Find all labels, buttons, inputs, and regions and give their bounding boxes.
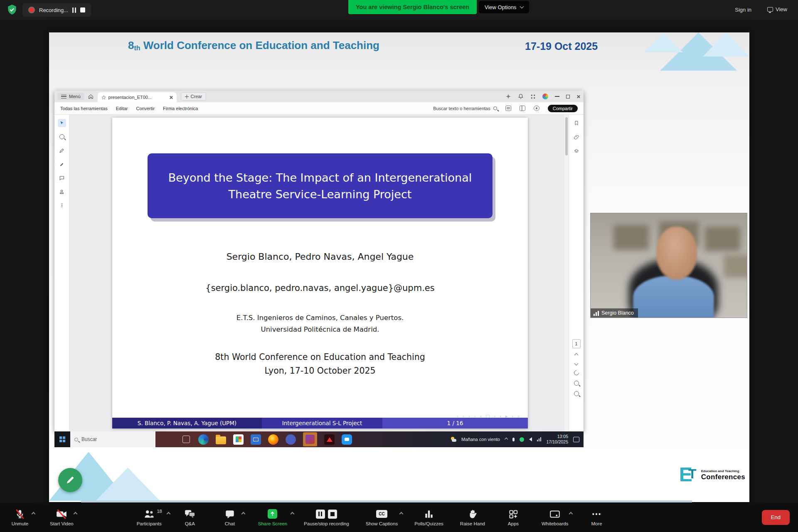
polls-quizzes-button[interactable]: Polls/Quizzes (414, 509, 443, 526)
unmute-button[interactable]: Unmute (8, 509, 32, 526)
settings-icon[interactable] (534, 106, 539, 111)
close-window-button[interactable] (576, 95, 580, 99)
show-captions-button[interactable]: CC Show Captions (366, 509, 398, 526)
participants-chevron[interactable] (166, 512, 170, 516)
tray-speaker-icon[interactable] (529, 437, 532, 441)
active-app-icon[interactable] (303, 432, 317, 446)
select-tool-icon[interactable] (58, 119, 66, 127)
stamp-tool-icon[interactable] (58, 187, 66, 196)
captions-icon: CC (376, 510, 387, 518)
sign-in-link[interactable]: Sign in (735, 7, 751, 13)
browser-profile-icon[interactable] (542, 94, 548, 99)
layers-panel-icon[interactable] (572, 147, 581, 155)
menu-button[interactable]: Menú (58, 93, 84, 100)
taskbar-search-input[interactable]: Buscar (70, 431, 155, 447)
tray-network-icon[interactable] (537, 437, 542, 441)
pause-recording-icon[interactable] (72, 7, 76, 13)
start-video-button[interactable]: Start Video (50, 509, 74, 526)
highlighter-tool-icon[interactable] (58, 160, 66, 168)
pause-recording-icon[interactable] (316, 510, 325, 519)
zoom-in-icon[interactable] (574, 381, 579, 386)
zoom-app-icon[interactable] (342, 434, 352, 445)
maximize-button[interactable] (566, 95, 570, 99)
edit-menu-item[interactable]: Editar (116, 106, 128, 111)
pause-stop-recording-button[interactable]: Pause/stop recording (304, 509, 349, 526)
audio-options-chevron[interactable] (32, 512, 36, 516)
acrobat-icon[interactable] (324, 434, 335, 445)
window-title-bar: Menú presentacion_ET00... Crear (54, 91, 584, 102)
pen-tool-icon[interactable] (58, 146, 66, 155)
page-panel-icon[interactable] (505, 106, 511, 111)
teams-icon[interactable] (286, 434, 296, 445)
menu-label: Menú (69, 94, 81, 99)
refresh-icon[interactable] (573, 369, 580, 377)
minimize-button[interactable] (555, 96, 559, 97)
stop-recording-icon[interactable] (328, 510, 337, 519)
page-number-box[interactable]: 1 (572, 339, 581, 348)
tray-mic-icon[interactable] (512, 438, 515, 441)
whiteboards-button[interactable]: Whiteboards (542, 509, 569, 526)
zoom-tool-icon[interactable] (58, 133, 66, 141)
qa-button[interactable]: Q&A (178, 509, 202, 526)
captions-chevron[interactable] (399, 512, 404, 516)
end-meeting-button[interactable]: End (762, 510, 790, 525)
vertical-scrollbar[interactable] (564, 115, 569, 431)
video-options-chevron[interactable] (73, 512, 77, 516)
home-icon[interactable] (88, 94, 94, 99)
start-button[interactable] (54, 431, 70, 447)
notification-center-icon[interactable] (573, 437, 579, 442)
mail-app-icon[interactable] (251, 434, 261, 445)
layout-icon[interactable] (520, 106, 525, 111)
recording-indicator: Recording... (22, 3, 91, 17)
store-app-icon[interactable] (233, 434, 244, 445)
file-explorer-icon[interactable] (216, 436, 226, 444)
apps-button[interactable]: Apps (502, 509, 525, 526)
extensions-grid-icon[interactable] (530, 94, 536, 99)
edge-browser-icon[interactable] (198, 434, 209, 445)
stop-recording-icon[interactable] (80, 7, 85, 12)
create-button[interactable]: Crear (181, 92, 207, 101)
firefox-icon[interactable] (268, 434, 278, 445)
security-shield-icon[interactable] (7, 4, 17, 15)
close-tab-icon[interactable] (169, 96, 173, 99)
bookmark-panel-icon[interactable] (572, 119, 581, 127)
zoom-out-icon[interactable] (574, 391, 579, 396)
annotate-button[interactable] (58, 468, 82, 492)
participants-icon (143, 509, 155, 520)
next-page-icon[interactable] (574, 362, 579, 366)
slide-authors: Sergio Blanco, Pedro Navas, Angel Yague (112, 251, 528, 262)
comment-tool-icon[interactable] (58, 174, 66, 182)
search-tools-button[interactable]: Buscar texto o herramientas (433, 106, 497, 111)
previous-page-icon[interactable] (574, 353, 579, 357)
participant-video-tile[interactable]: Sergio Blanco (590, 213, 747, 318)
taskbar-search-placeholder: Buscar (81, 436, 97, 442)
chat-button[interactable]: Chat (218, 509, 241, 526)
esign-menu-item[interactable]: Firma electrónica (163, 106, 198, 111)
document-tab[interactable]: presentacion_ET00... (98, 92, 177, 102)
weather-text[interactable]: Mañana con viento (461, 437, 500, 442)
more-tools-icon[interactable] (58, 201, 66, 209)
attachment-panel-icon[interactable] (572, 133, 581, 141)
share-screen-button[interactable]: Share Screen (258, 509, 287, 526)
tools-menu-item[interactable]: Todas las herramientas (60, 106, 108, 111)
bell-icon[interactable] (518, 94, 524, 99)
raise-hand-button[interactable]: Raise Hand (460, 509, 485, 526)
share-document-button[interactable]: Compartir (548, 105, 578, 112)
share-options-chevron[interactable] (291, 512, 295, 516)
et-logo-mark: ET (679, 466, 699, 485)
taskbar-clock[interactable]: 13:05 17/10/2025 (546, 434, 568, 445)
participants-button[interactable]: 18 Participants (137, 509, 162, 526)
chat-chevron[interactable] (241, 512, 245, 516)
view-button-label: View (776, 6, 787, 12)
more-button[interactable]: More (585, 509, 608, 526)
weather-icon (451, 437, 456, 442)
ai-assistant-icon[interactable] (505, 94, 511, 99)
task-view-icon[interactable] (182, 436, 190, 443)
tray-expand-icon[interactable] (505, 438, 508, 441)
whiteboards-chevron[interactable] (569, 512, 573, 516)
view-button[interactable]: View (767, 6, 787, 12)
view-options-button[interactable]: View Options (479, 1, 529, 13)
convert-menu-item[interactable]: Convertir (136, 106, 155, 111)
tray-call-icon[interactable] (520, 437, 524, 442)
chat-bubble-icon (224, 509, 235, 520)
